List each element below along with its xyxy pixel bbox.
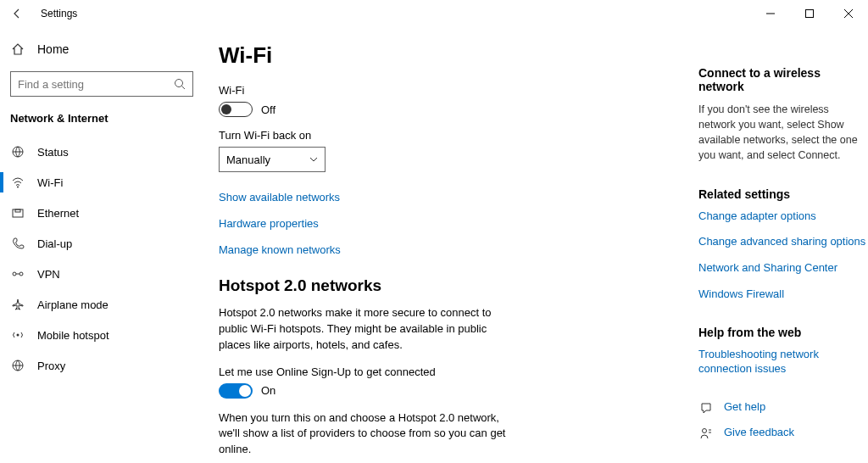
svg-line-3 [182, 86, 186, 90]
back-button[interactable] [7, 3, 27, 24]
sidebar-item-label: Wi-Fi [37, 176, 63, 189]
sidebar: Home Network & Internet Status Wi-Fi Eth… [0, 27, 203, 463]
link-adapter-options[interactable]: Change adapter options [698, 209, 868, 224]
turnback-value: Manually [226, 153, 270, 166]
svg-rect-7 [13, 209, 23, 217]
sidebar-item-label: Status [37, 146, 69, 159]
link-manage-known[interactable]: Manage known networks [219, 243, 659, 256]
page-title: Wi-Fi [219, 42, 659, 69]
chevron-down-icon [309, 155, 318, 164]
app-title: Settings [41, 8, 77, 20]
maximize-icon [805, 9, 814, 18]
svg-point-6 [17, 187, 19, 188]
give-feedback-label: Give feedback [724, 426, 794, 440]
link-network-sharing-center[interactable]: Network and Sharing Center [698, 261, 868, 276]
sidebar-item-label: Ethernet [37, 207, 79, 220]
sidebar-item-label: Mobile hotspot [37, 329, 109, 342]
link-windows-firewall[interactable]: Windows Firewall [698, 287, 868, 302]
wifi-toggle-label: Wi-Fi [219, 84, 659, 97]
hotspot-description: Hotspot 2.0 networks make it more secure… [219, 305, 507, 354]
minimize-icon [766, 9, 775, 18]
link-sharing-options[interactable]: Change advanced sharing options [698, 235, 868, 249]
sidebar-home[interactable]: Home [0, 34, 203, 64]
svg-rect-1 [806, 10, 814, 18]
signup-label: Let me use Online Sign-Up to get connect… [219, 365, 659, 378]
signup-toggle-state: On [261, 384, 275, 397]
wifi-toggle-state: Off [261, 103, 275, 116]
sidebar-home-label: Home [37, 42, 69, 56]
hotspot-icon [10, 327, 25, 343]
dialup-icon [10, 236, 25, 251]
proxy-icon [10, 358, 25, 373]
sidebar-item-label: VPN [37, 268, 60, 281]
signup-toggle[interactable] [219, 383, 253, 399]
link-show-networks[interactable]: Show available networks [219, 191, 659, 204]
get-help-label: Get help [724, 400, 765, 415]
hotspot-heading: Hotspot 2.0 networks [219, 276, 659, 295]
search-field[interactable] [18, 78, 174, 91]
close-icon [844, 9, 853, 18]
airplane-icon [10, 297, 25, 312]
close-button[interactable] [829, 0, 868, 27]
svg-rect-8 [15, 209, 20, 212]
sidebar-item-proxy[interactable]: Proxy [0, 350, 203, 381]
svg-point-2 [175, 80, 183, 87]
sidebar-item-label: Proxy [37, 360, 65, 372]
sidebar-item-status[interactable]: Status [0, 137, 203, 167]
svg-point-9 [13, 272, 16, 276]
sidebar-item-label: Dial-up [37, 237, 72, 250]
get-help-row[interactable]: Get help [698, 400, 868, 416]
vpn-icon [10, 266, 25, 282]
svg-point-10 [19, 272, 23, 276]
maximize-button[interactable] [790, 0, 829, 27]
signup-description: When you turn this on and choose a Hotsp… [219, 410, 507, 459]
sidebar-item-wifi[interactable]: Wi-Fi [0, 167, 203, 198]
help-heading: Help from the web [698, 326, 868, 339]
minimize-button[interactable] [751, 0, 790, 27]
sidebar-item-airplane[interactable]: Airplane mode [0, 289, 203, 320]
turnback-dropdown[interactable]: Manually [219, 147, 326, 172]
svg-point-12 [17, 334, 19, 337]
wifi-icon [10, 175, 25, 190]
related-heading: Related settings [698, 187, 868, 201]
sidebar-section-header: Network & Internet [0, 107, 203, 137]
connect-heading: Connect to a wireless network [698, 66, 868, 93]
home-icon [10, 42, 25, 57]
sidebar-item-hotspot[interactable]: Mobile hotspot [0, 320, 203, 350]
help-icon [698, 400, 714, 416]
sidebar-item-ethernet[interactable]: Ethernet [0, 198, 203, 228]
ethernet-icon [10, 205, 25, 220]
search-input[interactable] [10, 71, 193, 97]
turnback-label: Turn Wi-Fi back on [219, 129, 659, 142]
search-icon [174, 78, 186, 90]
link-troubleshoot-network[interactable]: Troubleshooting network connection issue… [698, 348, 868, 377]
connect-description: If you don't see the wireless network yo… [698, 102, 868, 164]
svg-point-15 [703, 428, 707, 432]
wifi-toggle[interactable] [219, 102, 253, 117]
sidebar-item-label: Airplane mode [37, 298, 108, 311]
status-icon [10, 144, 25, 159]
give-feedback-row[interactable]: Give feedback [698, 426, 868, 441]
feedback-icon [698, 426, 714, 441]
arrow-left-icon [11, 8, 23, 20]
sidebar-item-vpn[interactable]: VPN [0, 259, 203, 289]
sidebar-item-dialup[interactable]: Dial-up [0, 228, 203, 259]
link-hardware-properties[interactable]: Hardware properties [219, 217, 659, 230]
